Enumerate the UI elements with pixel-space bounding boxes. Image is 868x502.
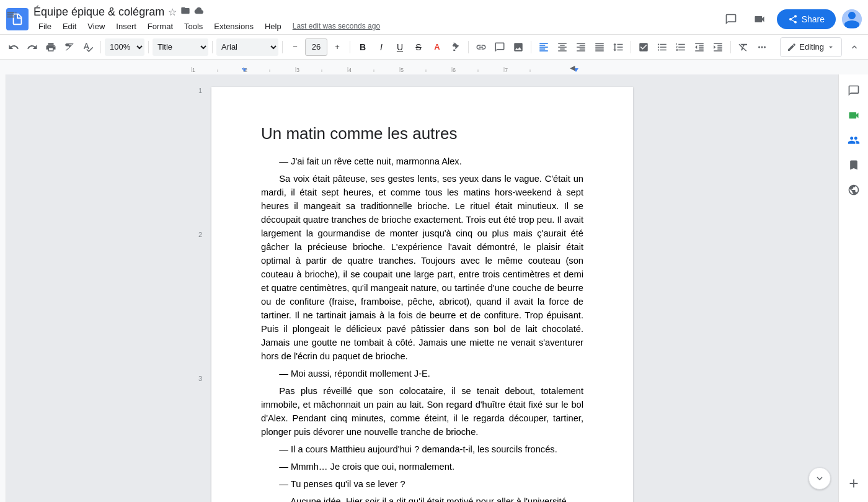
decrease-font-size-button[interactable]: − (286, 38, 304, 56)
text-color-button[interactable]: A (428, 38, 446, 56)
menu-insert[interactable]: Insert (111, 20, 141, 33)
svg-text:5: 5 (401, 67, 404, 73)
increase-font-size-button[interactable]: + (329, 38, 346, 56)
divider-9 (730, 41, 731, 53)
page-marker-2: 2 (184, 231, 202, 238)
document-title[interactable]: Équipe épique & colégram (33, 6, 164, 19)
numbered-list-button[interactable] (672, 38, 689, 56)
undo-button[interactable] (5, 38, 22, 56)
divider-7 (531, 41, 531, 53)
align-center-button[interactable] (554, 38, 571, 56)
ruler-svg: 1 2 3 4 5 6 7 ◀ (0, 60, 868, 74)
paintformat-button[interactable] (61, 38, 78, 56)
collapse-toolbar-button[interactable] (846, 38, 863, 56)
document-content[interactable]: — J'ai fait un rêve cette nuit, marmonna… (261, 155, 583, 502)
svg-text:4: 4 (348, 67, 352, 73)
strikethrough-button[interactable]: S (410, 38, 427, 56)
svg-text:3: 3 (296, 67, 299, 73)
doc-title-row: Équipe épique & colégram ☆ (33, 6, 715, 19)
align-justify-button[interactable] (591, 38, 608, 56)
page-marker-1: 1 (184, 87, 202, 94)
cloud-icon (194, 6, 204, 18)
divider-8 (631, 41, 631, 53)
menu-file[interactable]: File (33, 20, 56, 33)
font-family-selector[interactable]: Arial Times New Roman Georgia Verdana (216, 38, 278, 56)
font-size-input[interactable]: 26 (305, 38, 327, 56)
top-right-actions: Share (720, 8, 862, 30)
checklist-button[interactable] (635, 38, 652, 56)
add-sidebar-icon[interactable] (843, 472, 865, 495)
divider-6 (468, 41, 469, 53)
page-marker-3: 3 (184, 375, 202, 382)
paragraph-2[interactable]: Sa voix était pâteuse, ses gestes lents,… (261, 172, 583, 363)
zoom-selector[interactable]: 100% 75% 50% 125% 150% (105, 38, 144, 56)
left-margin (0, 74, 6, 502)
document-heading[interactable]: Un matin comme les autres (261, 124, 583, 143)
svg-text:◀: ◀ (570, 64, 575, 71)
paragraph-4[interactable]: Pas plus réveillé que son colocataire, i… (261, 384, 583, 439)
divider-3 (212, 41, 213, 53)
redo-button[interactable] (24, 38, 41, 56)
divider-2 (148, 41, 149, 53)
comments-icon-btn[interactable] (720, 8, 742, 30)
insert-link-button[interactable] (472, 38, 490, 56)
menu-format[interactable]: Format (143, 20, 178, 33)
scroll-to-bottom-button[interactable] (808, 467, 831, 490)
meet-icon-btn[interactable] (748, 8, 771, 30)
paragraph-8[interactable]: — Aucune idée. Hier soir il a dit qu'il … (261, 495, 583, 502)
menu-view[interactable]: View (82, 20, 110, 33)
paragraph-style-selector[interactable]: Title Normal text Heading 1 Heading 2 He… (153, 38, 208, 56)
decrease-indent-button[interactable] (691, 38, 708, 56)
document-outline-icon[interactable] (3, 6, 20, 24)
divider-4 (282, 41, 283, 53)
print-button[interactable] (42, 38, 60, 56)
meet-sidebar-icon[interactable] (843, 104, 865, 127)
menu-bar: File Edit View Insert Format Tools Exten… (33, 20, 715, 33)
divider-5 (350, 41, 350, 53)
paragraph-5[interactable]: — Il a cours Matthieu aujourd'hui ? dema… (261, 442, 583, 456)
increase-indent-button[interactable] (709, 38, 727, 56)
star-icon[interactable]: ☆ (168, 6, 177, 18)
paragraph-7[interactable]: — Tu penses qu'il va se lever ? (261, 477, 583, 491)
svg-text:2: 2 (244, 67, 247, 73)
title-area: Équipe épique & colégram ☆ File Edit Vie… (33, 6, 715, 33)
menu-extensions[interactable]: Extensions (209, 20, 259, 33)
align-left-button[interactable] (535, 38, 552, 56)
svg-text:7: 7 (505, 67, 508, 73)
clear-formatting-button[interactable] (735, 38, 752, 56)
more-formats-button[interactable] (753, 38, 771, 56)
italic-button[interactable]: I (373, 38, 390, 56)
svg-text:6: 6 (453, 67, 456, 73)
insert-comment-button[interactable] (491, 38, 508, 56)
bullet-list-button[interactable] (653, 38, 671, 56)
menu-tools[interactable]: Tools (179, 20, 208, 33)
paragraph-1[interactable]: — J'ai fait un rêve cette nuit, marmonna… (261, 155, 583, 168)
document-canvas[interactable]: 1 2 3 4 5 Un matin comme les autres — J'… (6, 74, 838, 502)
paragraph-6[interactable]: — Mmmh… Je crois que oui, normalement. (261, 460, 583, 473)
formatting-toolbar: 100% 75% 50% 125% 150% Title Normal text… (0, 35, 868, 60)
bold-button[interactable]: B (354, 38, 371, 56)
menu-edit[interactable]: Edit (58, 20, 81, 33)
highlight-button[interactable] (447, 38, 464, 56)
folder-icon[interactable] (180, 6, 190, 18)
underline-button[interactable]: U (391, 38, 409, 56)
spellcheck-button[interactable] (79, 38, 97, 56)
svg-text:1: 1 (192, 67, 195, 73)
svg-rect-0 (0, 60, 868, 74)
top-bar: Équipe épique & colégram ☆ File Edit Vie… (0, 0, 868, 35)
align-right-button[interactable] (572, 38, 590, 56)
chat-sidebar-icon[interactable] (843, 79, 865, 102)
line-spacing-button[interactable] (609, 38, 627, 56)
user-avatar[interactable] (842, 9, 862, 29)
menu-help[interactable]: Help (260, 20, 286, 33)
more-apps-sidebar-icon[interactable] (843, 179, 865, 201)
people-sidebar-icon[interactable] (843, 129, 865, 151)
bookmark-sidebar-icon[interactable] (843, 154, 865, 176)
share-button[interactable]: Share (777, 9, 836, 29)
document-page[interactable]: Un matin comme les autres — J'ai fait un… (211, 87, 633, 502)
paragraph-3[interactable]: — Moi aussi, répondit mollement J-E. (261, 367, 583, 380)
right-sidebar (838, 74, 868, 502)
editing-mode-button[interactable]: Editing (780, 37, 842, 57)
insert-image-button[interactable] (510, 38, 527, 56)
divider-1 (100, 41, 101, 53)
